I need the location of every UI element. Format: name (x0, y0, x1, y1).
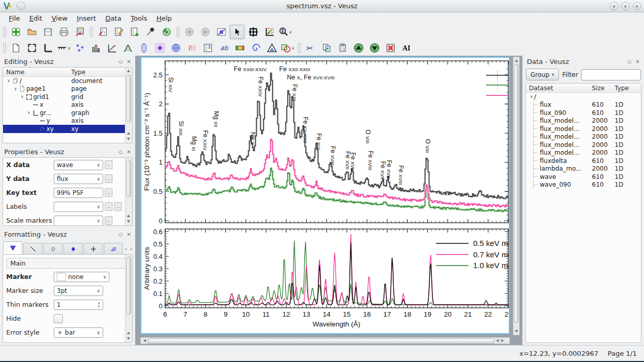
tab-plot-line[interactable] (23, 243, 42, 254)
property-extra-button[interactable]: .. (105, 188, 112, 197)
add-shape-button[interactable]: ∨ (280, 41, 295, 55)
add-page-button[interactable] (8, 41, 23, 55)
dataset-row-flux_model[interactable]: flux_model...20001D (526, 149, 641, 157)
move-widget-down-button[interactable] (367, 41, 382, 55)
dataset-row-lambda_mo[interactable]: lambda_mo...20001D (526, 165, 641, 173)
widget-tree-row-page1[interactable]: ∨page1page (3, 85, 132, 93)
add-bar-button[interactable] (88, 41, 103, 55)
tab-scroll-right-icon[interactable]: › (130, 245, 132, 252)
add-axis-button[interactable]: ∨ (56, 41, 71, 55)
dataset-row-flux[interactable]: flux6101D (526, 101, 641, 109)
editing-scrollbar[interactable] (125, 68, 132, 143)
close-dock-icon[interactable]: ✕ (127, 59, 131, 64)
reload-data-button[interactable] (159, 25, 174, 39)
close-dock-icon[interactable]: ✕ (636, 59, 640, 64)
property-extra-button[interactable]: .. (105, 216, 112, 225)
undo-button[interactable] (182, 25, 197, 39)
paste-widget-button[interactable] (335, 41, 350, 55)
zoom-menu-button[interactable]: ∨ (278, 25, 293, 39)
thin-markers-spinner[interactable]: 1∧∨ (54, 300, 103, 310)
new-document-button[interactable] (8, 25, 23, 39)
add-ternary-button[interactable] (264, 41, 279, 55)
add-label-button[interactable]: ab (216, 41, 231, 55)
dataset-row-wave[interactable]: wave6101D (526, 173, 641, 181)
delete-widget-button[interactable] (383, 41, 398, 55)
tab-main[interactable] (3, 241, 22, 254)
redo-button[interactable] (198, 25, 213, 39)
import-data-button[interactable]: 12 (95, 25, 110, 39)
float-dock-icon[interactable]: ◇ (627, 59, 632, 64)
widget-tree-row-x[interactable]: xaxis (3, 101, 132, 109)
float-dock-icon[interactable]: ◇ (119, 59, 123, 64)
add-line-button[interactable] (184, 41, 199, 55)
move-widget-tool-button[interactable] (214, 25, 229, 39)
add-polar-button[interactable] (248, 41, 263, 55)
add-graph-button[interactable] (40, 41, 55, 55)
menu-help[interactable]: Help (152, 13, 176, 23)
dataset-row-fluxdelta[interactable]: fluxdelta6101D (526, 157, 641, 165)
maximize-button[interactable]: ∧ (621, 2, 630, 10)
zoom-graph-tool-button[interactable] (262, 25, 277, 39)
add-fit-button[interactable] (104, 41, 119, 55)
property-extra-button[interactable]: .. (105, 160, 112, 169)
dataset-row-flux_model[interactable]: flux_model...20001D (526, 141, 641, 149)
dataset-row-flux_090[interactable]: flux_0906101D (526, 109, 641, 117)
properties-scrollbar[interactable] (125, 158, 132, 225)
widget-tree-row-y[interactable]: yaxis (3, 117, 132, 125)
widget-tree-row-grid1[interactable]: ∨grid1grid (3, 93, 132, 101)
add-contour-button[interactable] (168, 41, 183, 55)
dataset-row-flux_model[interactable]: flux_model...20001D (526, 133, 641, 141)
group-dropdown-button[interactable]: Group∨ (526, 69, 559, 80)
minimize-button[interactable]: ∨ (610, 2, 618, 10)
property-extra-button[interactable]: .. (105, 174, 112, 183)
menu-edit[interactable]: Edit (25, 13, 47, 23)
y-data-combo[interactable]: flux∨ (54, 174, 103, 184)
menu-insert[interactable]: Insert (72, 13, 101, 23)
tab-marker-fill[interactable] (63, 243, 83, 254)
add-function-button[interactable] (120, 41, 135, 55)
hide-checkbox[interactable] (54, 314, 63, 323)
tab-fill-below[interactable] (104, 243, 123, 254)
print-document-button[interactable] (56, 25, 71, 39)
read-data-tool-button[interactable] (246, 25, 261, 39)
widget-tree-row-xy[interactable]: xyxy (3, 125, 132, 133)
plot-page[interactable]: 00.511.522.5Si XIVSi XIIIMg XIFe XXIVMg … (140, 57, 510, 334)
open-document-button[interactable] (24, 25, 39, 39)
dataset-row-wave_090[interactable]: wave_0906101D (526, 181, 641, 189)
add-boxplot-button[interactable] (136, 41, 151, 55)
add-xy-button[interactable] (72, 41, 87, 55)
add-grid-button[interactable] (24, 41, 39, 55)
close-dock-icon[interactable]: ✕ (127, 232, 131, 237)
menu-data[interactable]: Data (101, 13, 126, 23)
save-document-button[interactable] (40, 25, 55, 39)
select-tool-button[interactable] (230, 25, 245, 39)
formatting-scrollbar[interactable] (125, 255, 132, 342)
cut-widget-button[interactable]: ✂ (303, 41, 318, 55)
close-dock-icon[interactable]: ✕ (127, 149, 131, 155)
tab-scroll-left-icon[interactable]: ‹ (125, 245, 127, 252)
add-key-button[interactable] (200, 41, 215, 55)
add-image-button[interactable] (152, 41, 167, 55)
canvas-vertical-scrollbar[interactable] (513, 57, 520, 335)
menu-tools[interactable]: Tools (126, 13, 152, 23)
key-text-input[interactable]: 99% PSF (54, 188, 103, 198)
widget-tree-row-[interactable]: ∨/document (3, 77, 132, 85)
property-extra-button[interactable]: .. (105, 202, 112, 211)
error-style-combo[interactable]: bar∨ (54, 327, 103, 338)
marker-size-combo[interactable]: 3pt∨ (54, 286, 103, 296)
rename-widget-button[interactable]: AI (399, 41, 414, 55)
property-extra-button[interactable]: .. (114, 202, 122, 211)
menu-view[interactable]: View (47, 13, 72, 23)
float-dock-icon[interactable]: ◇ (119, 149, 123, 155)
tab-marker-border[interactable] (43, 243, 62, 254)
create-data-button[interactable]: 12 (127, 25, 142, 39)
dataset-row-flux_model[interactable]: flux_model...20001D (526, 117, 641, 125)
canvas-horizontal-scrollbar[interactable] (140, 337, 510, 344)
export-document-button[interactable] (72, 25, 87, 39)
filter-input[interactable] (581, 69, 641, 80)
capture-data-button[interactable] (143, 25, 158, 39)
scale-markers-combo[interactable]: ∨ (54, 216, 103, 226)
close-button[interactable]: × (633, 2, 641, 10)
move-widget-up-button[interactable] (351, 41, 366, 55)
float-dock-icon[interactable]: ◇ (119, 232, 123, 237)
